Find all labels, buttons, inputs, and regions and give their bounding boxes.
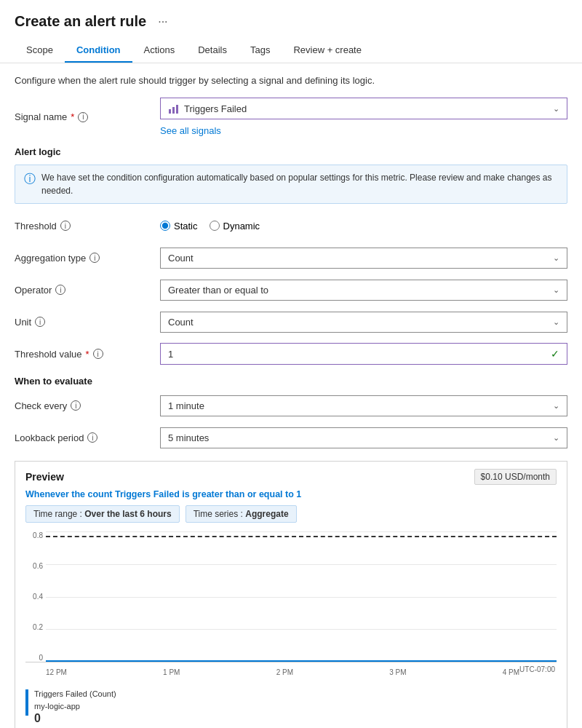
unit-info-icon[interactable]: i xyxy=(35,317,45,327)
check-every-select[interactable]: 1 minute ⌄ xyxy=(160,395,567,416)
chart-area: 0.8 0.6 0.4 0.2 0 xyxy=(15,529,567,684)
threshold-dynamic-option[interactable]: Dynamic xyxy=(210,221,260,232)
unit-select[interactable]: Count ⌄ xyxy=(160,312,567,333)
grid-line-3 xyxy=(46,597,557,598)
lookback-period-select[interactable]: 5 minutes ⌄ xyxy=(160,427,567,448)
svg-rect-2 xyxy=(176,105,178,114)
y-axis-labels: 0.8 0.6 0.4 0.2 0 xyxy=(25,531,46,662)
chart-wrapper: 0.8 0.6 0.4 0.2 0 xyxy=(25,531,557,662)
time-series-tag[interactable]: Time series : Aggregate xyxy=(186,505,297,523)
lookback-period-row: Lookback period i 5 minutes ⌄ xyxy=(15,426,567,449)
chart-legend: Triggers Failed (Count) my-logic-app 0 xyxy=(15,684,567,728)
svg-rect-1 xyxy=(172,107,175,114)
grid-line-4 xyxy=(46,629,557,630)
time-range-tag[interactable]: Time range : Over the last 6 hours xyxy=(25,505,180,523)
threshold-value-check-icon: ✓ xyxy=(551,348,559,360)
operator-info-icon[interactable]: i xyxy=(55,285,65,295)
page-title: Create an alert rule xyxy=(15,13,146,30)
x-axis-labels: 12 PM 1 PM 2 PM 3 PM 4 PM xyxy=(46,665,519,676)
threshold-value-info-icon[interactable]: i xyxy=(93,349,103,359)
threshold-control: Static Dynamic xyxy=(160,221,567,232)
tab-actions[interactable]: Actions xyxy=(132,39,187,63)
legend-color-bar xyxy=(25,689,28,716)
tab-scope[interactable]: Scope xyxy=(15,39,65,63)
signal-name-label: Signal name * i xyxy=(15,111,160,122)
aggregation-type-info-icon[interactable]: i xyxy=(89,253,100,263)
aggregation-type-control: Count ⌄ xyxy=(160,248,567,269)
operator-row: Operator i Greater than or equal to ⌄ xyxy=(15,278,567,301)
grid-line-2 xyxy=(46,564,557,565)
y-label-02: 0.2 xyxy=(25,623,46,631)
threshold-static-option[interactable]: Static xyxy=(160,221,198,232)
tab-tags[interactable]: Tags xyxy=(239,39,282,63)
alert-logic-title: Alert logic xyxy=(15,146,567,157)
chart-grid xyxy=(46,531,557,662)
chart-baseline xyxy=(46,660,557,662)
legend-value: 0 xyxy=(34,712,116,725)
ellipsis-button[interactable]: ··· xyxy=(154,14,172,30)
signal-name-info-icon[interactable]: i xyxy=(78,112,88,122)
preview-tags: Time range : Over the last 6 hours Time … xyxy=(15,505,567,529)
info-banner-icon: ⓘ xyxy=(24,172,36,187)
check-every-label: Check every i xyxy=(15,400,160,411)
info-banner-text: We have set the condition configuration … xyxy=(41,171,558,197)
lookback-period-info-icon[interactable]: i xyxy=(87,432,97,443)
title-row: Create an alert rule ··· xyxy=(15,13,567,30)
x-label-2pm: 2 PM xyxy=(276,668,293,676)
tab-review-create[interactable]: Review + create xyxy=(282,39,373,63)
threshold-value-field[interactable] xyxy=(168,349,551,360)
preview-title: Preview xyxy=(25,471,64,483)
preview-header: Preview $0.10 USD/month xyxy=(15,462,567,489)
threshold-value-input-wrapper: ✓ xyxy=(160,343,567,365)
when-to-evaluate-title: When to evaluate xyxy=(15,376,567,387)
unit-label: Unit i xyxy=(15,317,160,328)
check-every-control: 1 minute ⌄ xyxy=(160,395,567,416)
operator-select[interactable]: Greater than or equal to ⌄ xyxy=(160,280,567,301)
threshold-info-icon[interactable]: i xyxy=(60,221,71,231)
legend-metric-name: Triggers Failed (Count) xyxy=(34,688,116,700)
y-label-06: 0.6 xyxy=(25,562,46,570)
y-label-04: 0.4 xyxy=(25,593,46,601)
aggregation-type-row: Aggregation type i Count ⌄ xyxy=(15,246,567,269)
preview-section: Preview $0.10 USD/month Whenever the cou… xyxy=(15,461,567,728)
threshold-radio-group: Static Dynamic xyxy=(160,221,567,232)
x-label-12pm: 12 PM xyxy=(46,668,67,676)
aggregation-type-select[interactable]: Count ⌄ xyxy=(160,248,567,269)
y-label-00: 0 xyxy=(25,654,46,662)
unit-control: Count ⌄ xyxy=(160,312,567,333)
threshold-static-radio[interactable] xyxy=(160,221,170,231)
lookback-period-chevron: ⌄ xyxy=(553,433,559,443)
signal-name-select[interactable]: Triggers Failed ⌄ xyxy=(160,98,567,119)
see-all-signals-link[interactable]: See all signals xyxy=(160,125,221,136)
operator-control: Greater than or equal to ⌄ xyxy=(160,280,567,301)
threshold-row: Threshold i Static Dynamic xyxy=(15,214,567,237)
tab-details[interactable]: Details xyxy=(186,39,239,63)
signal-name-row: Signal name * i Triggers Failed xyxy=(15,98,567,136)
x-label-4pm: 4 PM xyxy=(503,668,519,676)
legend-text-group: Triggers Failed (Count) my-logic-app 0 xyxy=(34,688,116,725)
check-every-info-icon[interactable]: i xyxy=(71,400,81,411)
timezone-label: UTC-07:00 xyxy=(519,665,557,673)
page-header: Create an alert rule ··· Scope Condition… xyxy=(0,0,582,63)
aggregation-type-label: Aggregation type i xyxy=(15,253,160,264)
unit-chevron: ⌄ xyxy=(553,317,559,327)
threshold-dynamic-radio[interactable] xyxy=(210,221,220,231)
threshold-value-row: Threshold value * i ✓ xyxy=(15,342,567,365)
operator-label: Operator i xyxy=(15,285,160,296)
page-description: Configure when the alert rule should tri… xyxy=(15,75,567,86)
x-label-1pm: 1 PM xyxy=(163,668,180,676)
page-container: Create an alert rule ··· Scope Condition… xyxy=(0,0,582,728)
threshold-line xyxy=(46,536,557,537)
check-every-row: Check every i 1 minute ⌄ xyxy=(15,394,567,417)
threshold-label: Threshold i xyxy=(15,221,160,232)
signal-name-chevron: ⌄ xyxy=(553,104,559,114)
tab-condition[interactable]: Condition xyxy=(65,39,132,63)
svg-rect-0 xyxy=(169,109,171,114)
grid-line-1 xyxy=(46,531,557,532)
check-every-chevron: ⌄ xyxy=(553,401,559,411)
threshold-value-label: Threshold value * i xyxy=(15,349,160,360)
legend-resource: my-logic-app xyxy=(34,700,116,713)
lookback-period-control: 5 minutes ⌄ xyxy=(160,427,567,448)
lookback-period-label: Lookback period i xyxy=(15,432,160,443)
signal-name-control: Triggers Failed ⌄ See all signals xyxy=(160,98,567,136)
